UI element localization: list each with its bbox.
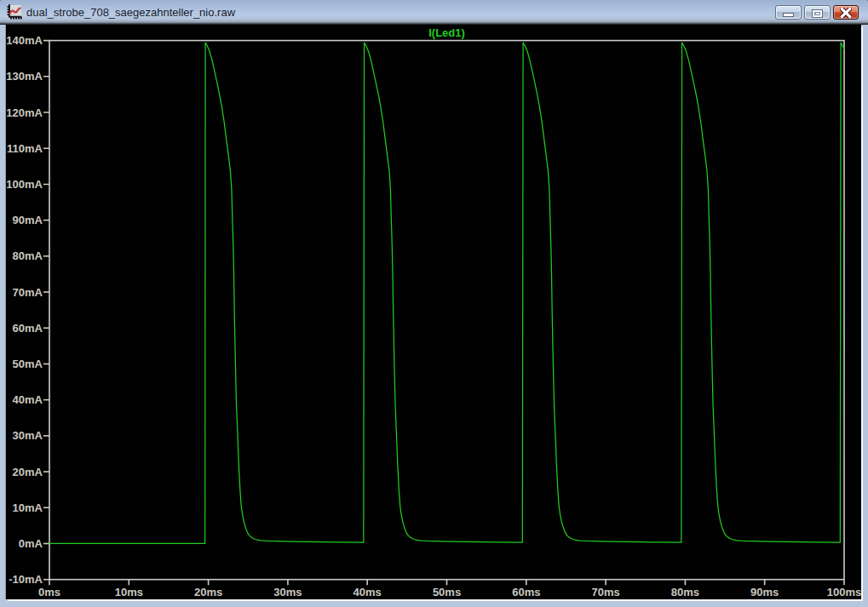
y-tick-label: 30mA [13,429,43,442]
trace-label[interactable]: I(Led1) [428,26,465,39]
minimize-button[interactable] [775,5,802,20]
y-tick-label: 0mA [19,537,43,550]
y-tick-label: 70mA [13,286,43,299]
y-tick-label: 10mA [13,501,43,514]
y-tick-label: -10mA [9,573,43,586]
waveform-chart-icon[interactable] [7,4,22,20]
y-tick-label: 130mA [6,70,43,83]
x-tick-label: 50ms [433,586,461,598]
y-tick-label: 40mA [13,393,43,406]
maximize-button[interactable] [804,5,831,20]
x-tick-label: 10ms [115,586,143,598]
y-tick-label: 60mA [13,322,43,335]
ltspice-waveform-window: dual_strobe_708_saegezahnteller_nio.raw … [0,0,868,607]
maximize-icon [813,10,822,17]
x-tick-label: 30ms [273,586,302,598]
y-tick-label: 80mA [13,249,43,262]
titlebar[interactable]: dual_strobe_708_saegezahnteller_nio.raw [0,0,868,25]
x-tick-label: 80ms [671,586,699,598]
x-tick-label: 60ms [512,586,540,598]
x-tick-label: 70ms [591,586,619,598]
plot-background [6,25,861,599]
plot-pane[interactable]: -10mA0mA10mA20mA30mA40mA50mA60mA70mA80mA… [6,25,861,599]
x-tick-label: 100ms [827,586,861,598]
window-controls [775,5,859,20]
close-button[interactable] [833,5,859,20]
minimize-icon [784,14,793,16]
y-tick-label: 90mA [13,214,43,226]
y-tick-label: 110mA [7,142,43,155]
window-title: dual_strobe_708_saegezahnteller_nio.raw [26,6,235,20]
x-tick-label: 20ms [194,586,222,598]
y-tick-label: 120mA [6,106,43,119]
y-tick-label: 20mA [13,466,43,478]
y-tick-label: 140mA [6,34,43,47]
close-icon [840,8,852,18]
x-tick-label: 90ms [750,586,779,598]
waveform-plot[interactable]: -10mA0mA10mA20mA30mA40mA50mA60mA70mA80mA… [6,25,861,599]
y-tick-label: 50mA [13,358,43,370]
y-tick-label: 100mA [6,178,43,191]
x-tick-label: 40ms [354,586,382,598]
x-tick-label: 0ms [38,586,60,598]
